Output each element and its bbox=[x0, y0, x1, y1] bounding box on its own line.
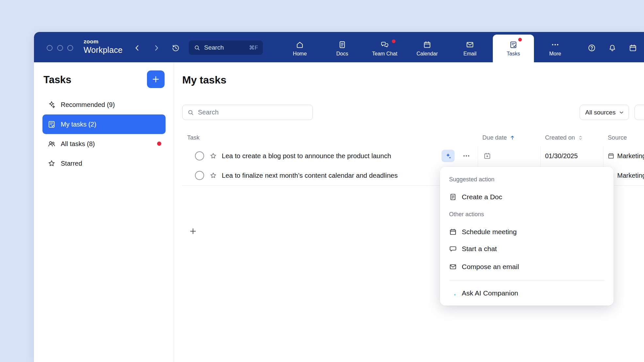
sidebar-item-my-tasks[interactable]: My tasks (2) bbox=[42, 114, 166, 134]
calendar-icon bbox=[449, 228, 457, 236]
brand-workplace: Workplace bbox=[84, 46, 122, 54]
notification-dot bbox=[392, 39, 395, 43]
menu-item-label: Ask AI Companion bbox=[462, 289, 518, 297]
nav-label: Email bbox=[463, 51, 476, 57]
home-icon bbox=[296, 40, 304, 49]
row-more-button[interactable] bbox=[462, 152, 471, 160]
bell-icon bbox=[608, 44, 617, 52]
ai-companion-icon bbox=[449, 289, 457, 297]
ellipsis-icon bbox=[462, 152, 471, 160]
column-divider bbox=[478, 146, 478, 166]
sidebar-item-label: Starred bbox=[61, 160, 82, 167]
nav-email[interactable]: Email bbox=[450, 35, 490, 62]
back-button[interactable] bbox=[133, 44, 141, 52]
nav-docs[interactable]: Docs bbox=[323, 35, 362, 62]
notifications-button[interactable] bbox=[608, 44, 617, 52]
zoom-workplace-window: zoom Workplace Search ⌘F Home Docs T bbox=[34, 32, 644, 362]
nav-team-chat[interactable]: Team Chat bbox=[365, 35, 404, 62]
sources-filter-dropdown[interactable]: All sources bbox=[580, 105, 629, 120]
search-shortcut: ⌘F bbox=[249, 44, 258, 51]
source-value: Marketing bbox=[617, 146, 644, 166]
menu-item-label: Start a chat bbox=[462, 245, 497, 253]
nav-tasks-active[interactable]: Tasks bbox=[493, 35, 534, 62]
search-icon bbox=[194, 44, 201, 51]
calendar-icon bbox=[629, 44, 637, 52]
menu-item-label: Compose an email bbox=[462, 263, 519, 271]
task-title[interactable]: Lea to finalize next month’s content cal… bbox=[222, 166, 398, 185]
chevron-down-icon bbox=[618, 109, 625, 116]
column-divider bbox=[603, 146, 604, 166]
window-control-maximize[interactable] bbox=[67, 45, 73, 51]
sidebar-item-label: All tasks (8) bbox=[61, 140, 95, 148]
email-icon bbox=[449, 263, 457, 271]
global-search-placeholder: Search bbox=[204, 44, 224, 51]
task-check-icon bbox=[47, 120, 56, 128]
history-icon bbox=[171, 44, 180, 52]
doc-icon bbox=[449, 193, 457, 201]
task-search-input[interactable] bbox=[198, 109, 308, 116]
column-header-source[interactable]: Source bbox=[608, 134, 627, 141]
task-title[interactable]: Lea to create a blog post to announce th… bbox=[222, 146, 391, 166]
add-task-inline-button[interactable] bbox=[189, 227, 197, 235]
created-on-value: 01/30/2025 bbox=[545, 146, 578, 166]
nav-home[interactable]: Home bbox=[280, 35, 319, 62]
sidebar-title: Tasks bbox=[43, 74, 72, 86]
star-icon bbox=[47, 159, 56, 168]
notification-dot bbox=[157, 142, 161, 146]
help-button[interactable] bbox=[588, 44, 596, 52]
sidebar-item-recommended[interactable]: Recommended (9) bbox=[42, 95, 166, 114]
docs-icon bbox=[338, 40, 346, 49]
menu-item-compose-email[interactable]: Compose an email bbox=[449, 260, 607, 274]
sort-icon[interactable] bbox=[577, 135, 584, 141]
window-control-minimize[interactable] bbox=[57, 45, 63, 51]
window-control-close[interactable] bbox=[47, 45, 53, 51]
nav-label: More bbox=[549, 51, 561, 57]
task-complete-radio[interactable] bbox=[195, 171, 204, 180]
page-title: My tasks bbox=[182, 74, 226, 86]
top-bar: zoom Workplace Search ⌘F Home Docs T bbox=[34, 32, 644, 62]
chat-icon bbox=[449, 245, 457, 253]
nav-more[interactable]: More bbox=[536, 35, 575, 62]
sort-ascending-icon[interactable] bbox=[509, 134, 516, 141]
menu-item-schedule-meeting[interactable]: Schedule meeting bbox=[449, 225, 607, 239]
ai-companion-action-button[interactable] bbox=[442, 150, 455, 162]
more-icon bbox=[551, 40, 559, 49]
global-search[interactable]: Search ⌘F bbox=[189, 40, 263, 55]
plus-icon bbox=[189, 227, 197, 235]
clipped-filter-button[interactable] bbox=[635, 105, 644, 120]
source-value: Marketing bbox=[617, 166, 644, 185]
task-complete-radio[interactable] bbox=[195, 151, 204, 160]
nav-label: Team Chat bbox=[372, 51, 397, 57]
sidebar-item-starred[interactable]: Starred bbox=[42, 154, 166, 173]
menu-item-label: Schedule meeting bbox=[462, 228, 517, 236]
desktop-background: zoom Workplace Search ⌘F Home Docs T bbox=[0, 0, 644, 362]
sparkle-icon bbox=[47, 100, 56, 109]
task-search-field[interactable] bbox=[182, 105, 313, 120]
nav-label: Tasks bbox=[507, 51, 520, 57]
calendar-shortcut-button[interactable] bbox=[629, 44, 637, 52]
forward-button[interactable] bbox=[152, 44, 161, 52]
star-icon[interactable] bbox=[209, 152, 217, 160]
nav-label: Docs bbox=[336, 51, 348, 57]
column-header-task[interactable]: Task bbox=[187, 134, 200, 141]
add-task-button[interactable] bbox=[147, 70, 165, 88]
calendar-icon bbox=[423, 40, 431, 49]
menu-item-start-chat[interactable]: Start a chat bbox=[449, 242, 607, 256]
sidebar-item-all-tasks[interactable]: All tasks (8) bbox=[42, 134, 166, 154]
tasks-icon bbox=[509, 40, 518, 49]
column-header-due-date[interactable]: Due date bbox=[482, 134, 516, 141]
menu-item-ask-ai-companion[interactable]: Ask AI Companion bbox=[449, 286, 607, 300]
column-divider bbox=[540, 146, 541, 166]
menu-item-create-doc[interactable]: Create a Doc bbox=[449, 190, 607, 204]
nav-calendar[interactable]: Calendar bbox=[408, 35, 447, 62]
star-icon[interactable] bbox=[209, 172, 217, 179]
chevron-left-icon bbox=[133, 44, 141, 52]
column-label: Due date bbox=[482, 134, 507, 141]
column-header-created-on[interactable]: Created on bbox=[545, 134, 584, 141]
brand-zoom: zoom bbox=[84, 39, 122, 44]
notification-dot bbox=[518, 38, 522, 41]
history-button[interactable] bbox=[171, 44, 180, 52]
add-due-date-button[interactable] bbox=[483, 152, 491, 160]
menu-section-label: Suggested action bbox=[449, 176, 494, 183]
search-icon bbox=[187, 109, 194, 116]
